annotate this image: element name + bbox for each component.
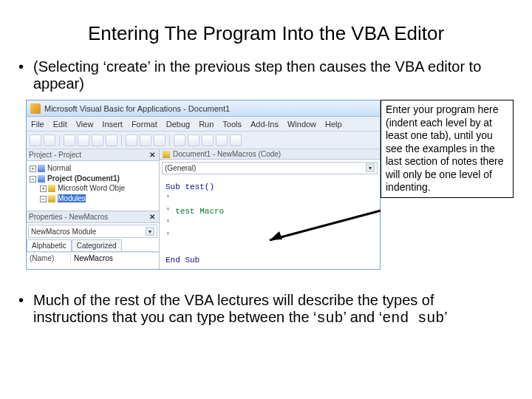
menu-debug[interactable]: Debug: [166, 120, 190, 129]
menu-help[interactable]: Help: [325, 120, 342, 129]
menu-run[interactable]: Run: [199, 120, 214, 129]
toolbar-button[interactable]: [216, 134, 228, 146]
menu-format[interactable]: Format: [132, 120, 157, 129]
code-object-value: (General): [165, 164, 196, 172]
menu-file[interactable]: File: [31, 120, 44, 129]
vba-body: Project - Project ✕ +Normal −Project (Do…: [27, 149, 380, 270]
toolbar-button[interactable]: [30, 134, 41, 146]
project-explorer-title: Project - Project: [29, 151, 81, 159]
inline-code-endsub: end sub: [382, 310, 444, 327]
menu-edit[interactable]: Edit: [53, 120, 67, 129]
toolbar-separator: [169, 134, 170, 146]
project-explorer-tree[interactable]: +Normal −Project (Document1) +Microsoft …: [27, 161, 159, 211]
toolbar-button[interactable]: [174, 134, 185, 146]
tree-word-objects[interactable]: Microsoft Word Obje: [58, 184, 125, 192]
toolbar-button[interactable]: [78, 134, 89, 146]
toolbar-button[interactable]: [230, 134, 242, 146]
properties-object-dropdown[interactable]: NewMacros Module ▾: [28, 225, 157, 238]
vba-editor-screenshot: Microsoft Visual Basic for Applications …: [26, 100, 381, 270]
toolbar-button[interactable]: [188, 134, 200, 146]
menu-view[interactable]: View: [76, 120, 94, 129]
vba-menubar: File Edit View Insert Format Debug Run T…: [27, 117, 380, 132]
bullet-bottom-text: ’: [444, 309, 447, 325]
toolbar-button[interactable]: [64, 134, 75, 146]
bullet-bottom: Much of the rest of the VBA lectures wil…: [0, 277, 532, 327]
code-window-titlebar: Document1 - NewMacros (Code): [160, 149, 380, 160]
toolbar-separator: [59, 134, 60, 146]
property-name-label: (Name): [27, 253, 71, 264]
code-editor[interactable]: Sub test() ' ' test Macro ' ' End Sub: [160, 177, 380, 270]
slide-title: Entering The Program Into the VBA Editor: [0, 0, 532, 58]
toolbar-button[interactable]: [92, 134, 103, 146]
toolbar-button[interactable]: [140, 134, 151, 146]
code-window-title: Document1 - NewMacros (Code): [173, 150, 281, 158]
project-explorer-header: Project - Project ✕: [27, 149, 159, 161]
annotation-callout: Enter your program here (indent each lev…: [381, 100, 514, 198]
tree-modules[interactable]: Modules: [58, 194, 86, 202]
properties-header: Properties - NewMacros ✕: [27, 211, 159, 223]
close-icon[interactable]: ✕: [148, 151, 157, 160]
code-object-dropdown[interactable]: (General) ▾: [162, 162, 378, 174]
middle-content: Microsoft Visual Basic for Applications …: [0, 100, 532, 277]
vba-toolbar: [27, 132, 380, 149]
tab-categorized[interactable]: Categorized: [72, 239, 122, 251]
properties-object-value: NewMacros Module: [31, 228, 96, 236]
bullet-top: (Selecting ‘create’ in the previous step…: [0, 58, 532, 100]
properties-panel: NewMacros Module ▾ Alphabetic Categorize…: [27, 223, 159, 270]
close-icon[interactable]: ✕: [148, 213, 157, 222]
properties-tabs: Alphabetic Categorized: [27, 239, 159, 252]
menu-window[interactable]: Window: [287, 120, 316, 129]
toolbar-separator: [121, 134, 122, 146]
menu-tools[interactable]: Tools: [222, 120, 242, 129]
properties-title: Properties - NewMacros: [29, 213, 108, 221]
tree-project[interactable]: Project (Document1): [47, 174, 120, 183]
toolbar-button[interactable]: [154, 134, 166, 146]
inline-code-sub: sub: [317, 310, 344, 327]
toolbar-button[interactable]: [202, 134, 214, 146]
vba-titlebar: Microsoft Visual Basic for Applications …: [27, 100, 380, 117]
toolbar-button[interactable]: [106, 134, 117, 146]
toolbar-button[interactable]: [44, 134, 55, 146]
menu-addins[interactable]: Add-Ins: [250, 120, 279, 129]
tab-alphabetic[interactable]: Alphabetic: [27, 239, 72, 251]
vba-title-text: Microsoft Visual Basic for Applications …: [44, 104, 230, 113]
module-icon: [163, 151, 170, 158]
code-window: Document1 - NewMacros (Code) (General) ▾…: [160, 149, 380, 270]
menu-insert[interactable]: Insert: [102, 120, 123, 129]
bullet-bottom-text: ’ and ‘: [344, 309, 383, 325]
toolbar-button[interactable]: [126, 134, 137, 146]
property-name-value[interactable]: NewMacros: [71, 253, 116, 264]
vba-left-panels: Project - Project ✕ +Normal −Project (Do…: [27, 149, 160, 270]
tree-normal[interactable]: Normal: [47, 164, 71, 172]
property-row: (Name) NewMacros: [27, 252, 159, 264]
vba-app-icon: [30, 103, 41, 114]
chevron-down-icon: ▾: [366, 163, 375, 172]
chevron-down-icon: ▾: [146, 227, 154, 236]
